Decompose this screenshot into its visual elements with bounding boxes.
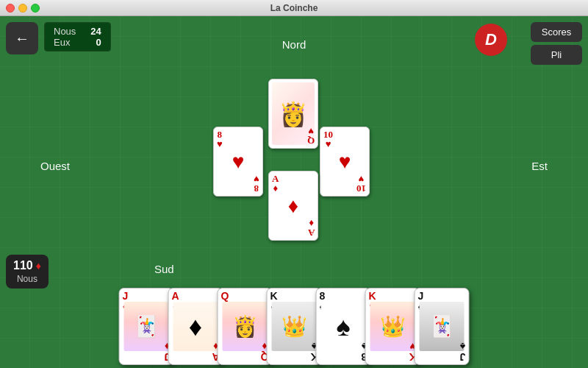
back-button[interactable]: ← [6,22,38,54]
scores-button[interactable]: Scores [531,22,582,42]
hand-card-1[interactable]: A♦ ♦ A♦ [168,288,223,365]
nous-value: 24 [90,26,101,37]
nous-label: Nous [54,26,76,37]
badge-score-value: 110 [13,259,33,272]
trick-area: Q ♥ 👸 Q ♥ 8 ♥ ♥ 8 ♥ 10 [213,79,375,248]
hand-card-6[interactable]: J♠ 🃏 J♠ [415,288,470,365]
trick-card-west: 8 ♥ ♥ 8 ♥ [213,127,263,197]
close-button[interactable] [6,4,15,13]
hand-card-4[interactable]: 8♠ ♠ 8♠ [316,288,371,365]
hand-card-0[interactable]: J♦ 🃏 J♦ [119,288,174,365]
eux-label: Eux [54,37,70,48]
hand-card-5[interactable]: K♥ 👑 K♥ [365,288,420,365]
south-center-suit: ♦ [288,194,298,218]
badge-suit-icon: ♦ [36,260,41,272]
west-center-suit: ♥ [232,150,245,174]
nord-label: Nord [282,38,306,51]
score-badge: 110 ♦ Nous [6,255,49,289]
sud-label: Sud [154,263,174,275]
window-title: La Coinche [270,3,318,13]
hand-card-2[interactable]: Q♦ 👸 Q♦ [218,288,273,365]
south-suit-icon: ♦ [273,183,278,193]
west-suit-icon: ♥ [217,139,223,149]
minimize-button[interactable] [18,4,27,13]
hand-area[interactable]: J♦ 🃏 J♦ A♦ ♦ A♦ Q♦ 👸 Q♦ K♠ 👑 K♠ 8♠ ♠ 8♠ [119,288,470,365]
badge-label: Nous [13,274,41,284]
title-bar: La Coinche [0,0,588,16]
eux-value: 0 [96,37,101,48]
trick-card-south: A ♦ ♦ A ♦ [268,171,318,241]
right-buttons: Scores Pli [531,22,582,65]
trick-card-east: 10 ♥ ♥ 10 ♥ [320,127,370,197]
d-button[interactable]: D [475,24,507,56]
scores-table: Nous 24 Eux 0 [44,22,111,52]
game-area: ← Nous 24 Eux 0 Nord D Scores Pli Ouest … [0,16,588,368]
back-arrow-icon: ← [15,30,29,47]
d-icon: D [485,30,497,49]
east-suit-icon: ♥ [326,139,331,149]
east-center-suit: ♥ [339,150,351,174]
traffic-lights [6,4,40,13]
pli-button[interactable]: Pli [531,45,582,65]
hand-card-3[interactable]: K♠ 👑 K♠ [267,288,322,365]
ouest-label: Ouest [40,160,70,172]
maximize-button[interactable] [31,4,40,13]
trick-card-north: Q ♥ 👸 Q ♥ [268,79,318,149]
north-court-figure: 👸 [279,100,308,128]
est-label: Est [531,160,548,172]
